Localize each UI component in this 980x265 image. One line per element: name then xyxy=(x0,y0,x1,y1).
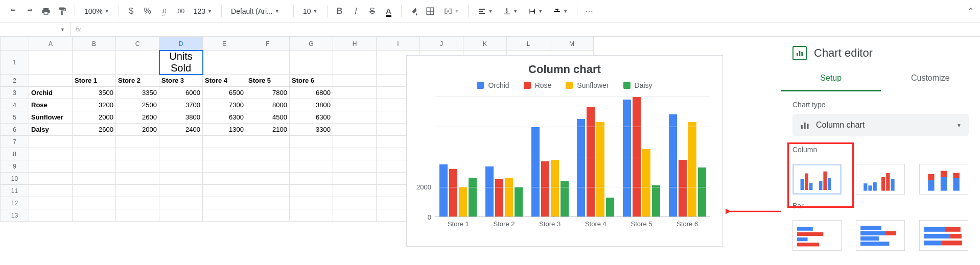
cell[interactable]: 7800 xyxy=(246,87,290,99)
col-head-K[interactable]: K xyxy=(463,37,507,51)
cell[interactable] xyxy=(29,160,73,173)
cell[interactable] xyxy=(333,197,377,209)
cell[interactable] xyxy=(333,136,377,148)
cell[interactable]: 6000 xyxy=(159,87,203,99)
thumb-bar-chart[interactable] xyxy=(792,220,842,251)
cell[interactable] xyxy=(333,87,377,99)
cell[interactable] xyxy=(333,124,377,136)
inc-decimal-button[interactable]: .00 xyxy=(173,4,188,18)
row-head-10[interactable]: 10 xyxy=(1,173,29,185)
cell[interactable]: 7300 xyxy=(203,99,246,111)
cell[interactable] xyxy=(29,51,73,75)
thumb-stacked-bar[interactable] xyxy=(919,220,968,251)
cell[interactable] xyxy=(290,160,333,173)
cell[interactable] xyxy=(333,51,377,75)
more-toolbar-button[interactable]: ⋯ xyxy=(582,4,597,18)
row-head-7[interactable]: 7 xyxy=(1,136,29,148)
strike-button[interactable]: S xyxy=(365,4,380,18)
cell[interactable] xyxy=(29,148,73,160)
merge-button[interactable]: ▼ xyxy=(439,4,463,18)
cell[interactable]: 3350 xyxy=(116,87,159,99)
cell[interactable] xyxy=(290,51,333,75)
zoom-select[interactable]: 100%▼ xyxy=(80,4,113,18)
cell[interactable]: 2000 xyxy=(73,111,116,124)
cell[interactable] xyxy=(159,173,203,185)
cell[interactable]: Store 2 xyxy=(116,75,159,87)
cell[interactable] xyxy=(116,148,159,160)
cell[interactable]: 6500 xyxy=(203,87,246,99)
thumb-column-chart-2[interactable] xyxy=(856,164,905,195)
cell[interactable] xyxy=(203,209,246,222)
undo-button[interactable] xyxy=(6,4,20,18)
cell[interactable] xyxy=(29,197,73,209)
cell[interactable] xyxy=(73,148,116,160)
cell[interactable]: 8000 xyxy=(246,99,290,111)
col-head-G[interactable]: G xyxy=(290,37,333,51)
spreadsheet[interactable]: ABCDEFGHIJKLM1Units Sold2Store 1Store 2S… xyxy=(0,37,781,265)
row-head-6[interactable]: 6 xyxy=(1,124,29,136)
col-head-M[interactable]: M xyxy=(550,37,594,51)
col-head-A[interactable]: A xyxy=(29,37,73,51)
cell[interactable] xyxy=(290,136,333,148)
cell[interactable] xyxy=(203,148,246,160)
row-head-9[interactable]: 9 xyxy=(1,160,29,173)
col-head-B[interactable]: B xyxy=(73,37,116,51)
cell[interactable] xyxy=(333,209,377,222)
chart[interactable]: Column chart OrchidRoseSunflowerDaisy 02… xyxy=(406,55,723,247)
cell[interactable]: 2600 xyxy=(73,124,116,136)
cell[interactable] xyxy=(333,160,377,173)
cell[interactable] xyxy=(159,160,203,173)
cell[interactable] xyxy=(290,173,333,185)
wrap-button[interactable]: ▼ xyxy=(524,4,547,18)
print-button[interactable] xyxy=(39,4,53,18)
cell[interactable]: Store 4 xyxy=(203,75,246,87)
cell[interactable] xyxy=(73,209,116,222)
thumb-bar-chart-2[interactable] xyxy=(856,220,905,251)
cell[interactable] xyxy=(290,148,333,160)
select-all-corner[interactable] xyxy=(1,37,29,51)
thumb-column-chart[interactable] xyxy=(792,164,842,195)
redo-button[interactable] xyxy=(22,4,37,18)
cell[interactable] xyxy=(116,51,159,75)
cell[interactable] xyxy=(333,173,377,185)
cell[interactable]: 2600 xyxy=(116,111,159,124)
italic-button[interactable]: I xyxy=(349,4,363,18)
row-head-12[interactable]: 12 xyxy=(1,197,29,209)
cell[interactable] xyxy=(333,185,377,197)
cell[interactable]: Store 3 xyxy=(159,75,203,87)
cell[interactable] xyxy=(246,197,290,209)
cell[interactable] xyxy=(203,51,246,75)
chart-type-select[interactable]: Column chart ▼ xyxy=(792,114,969,136)
cell[interactable] xyxy=(246,51,290,75)
cell[interactable]: 1300 xyxy=(203,124,246,136)
cell[interactable] xyxy=(73,160,116,173)
cell[interactable] xyxy=(159,136,203,148)
cell[interactable] xyxy=(290,209,333,222)
row-head-4[interactable]: 4 xyxy=(1,99,29,111)
cell[interactable]: 2100 xyxy=(246,124,290,136)
col-head-D[interactable]: D xyxy=(159,37,203,51)
cell[interactable]: Store 1 xyxy=(73,75,116,87)
row-head-5[interactable]: 5 xyxy=(1,111,29,124)
cell[interactable] xyxy=(246,160,290,173)
row-head-11[interactable]: 11 xyxy=(1,185,29,197)
cell[interactable] xyxy=(203,197,246,209)
cell[interactable]: Sunflower xyxy=(29,111,73,124)
cell[interactable] xyxy=(159,148,203,160)
cell[interactable] xyxy=(159,185,203,197)
cell[interactable] xyxy=(73,185,116,197)
cell[interactable] xyxy=(73,197,116,209)
bold-button[interactable]: B xyxy=(333,4,347,18)
cell[interactable]: 3200 xyxy=(73,99,116,111)
row-head-2[interactable]: 2 xyxy=(1,75,29,87)
cell[interactable]: 6300 xyxy=(290,111,333,124)
halign-button[interactable]: ▼ xyxy=(474,4,497,18)
cell[interactable] xyxy=(116,136,159,148)
tab-setup[interactable]: Setup xyxy=(781,66,881,91)
collapse-toolbar-button[interactable]: ⌃ xyxy=(967,6,974,16)
cell[interactable] xyxy=(159,197,203,209)
cell[interactable] xyxy=(203,185,246,197)
cell[interactable]: 3300 xyxy=(290,124,333,136)
cell[interactable] xyxy=(73,51,116,75)
col-head-L[interactable]: L xyxy=(507,37,550,51)
